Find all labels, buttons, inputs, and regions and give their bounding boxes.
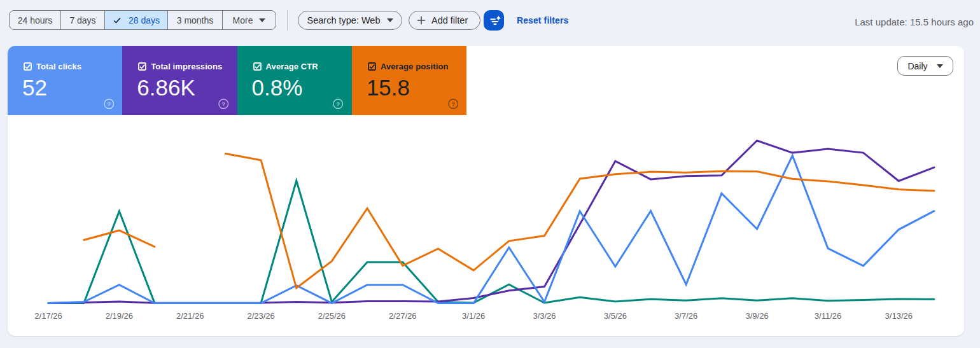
- svg-text:?: ?: [451, 100, 455, 107]
- svg-text:?: ?: [337, 100, 340, 107]
- svg-text:?: ?: [221, 100, 225, 107]
- svg-text:?: ?: [107, 100, 111, 107]
